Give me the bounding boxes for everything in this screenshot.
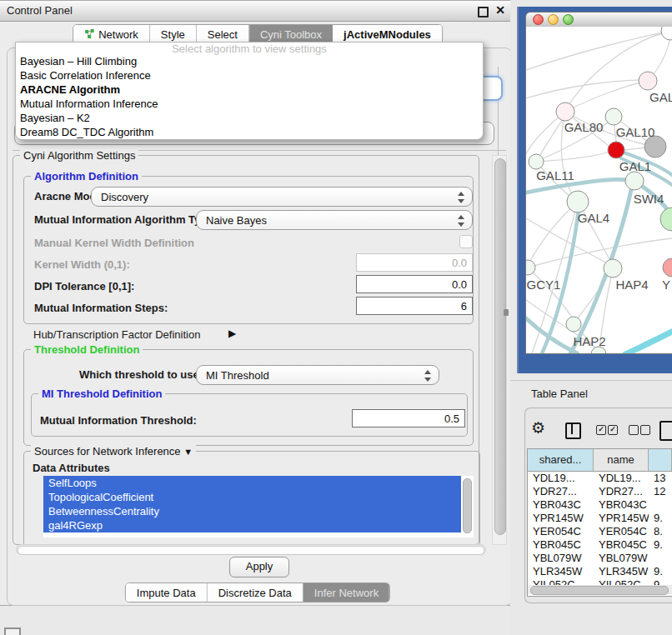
- dpi-tolerance-field[interactable]: 0.0: [356, 275, 473, 293]
- column-header[interactable]: shared...: [528, 449, 594, 471]
- apply-button[interactable]: Apply: [229, 557, 289, 578]
- table-cell: 9.: [649, 538, 672, 552]
- tab-select[interactable]: Select: [197, 25, 249, 43]
- combo-value: Discovery: [101, 191, 148, 203]
- tab-jactivemnodules[interactable]: jActiveMNodules: [333, 25, 442, 43]
- algorithm-dropdown-list: Select algorithm to view settings Bayesi…: [15, 42, 484, 140]
- tab-cyni-toolbox[interactable]: Cyni Toolbox: [249, 25, 333, 43]
- algorithm-option[interactable]: Bayesian – K2: [16, 111, 483, 125]
- network-edge[interactable]: [528, 238, 672, 268]
- network-node-hap2[interactable]: [566, 317, 581, 332]
- table-cell: YER054C: [528, 525, 594, 538]
- table-cell: YLR345W: [594, 565, 649, 578]
- column-header[interactable]: [649, 449, 672, 471]
- algorithm-option[interactable]: Basic Correlation Inference: [16, 68, 483, 82]
- settings-vertical-scrollbar[interactable]: [492, 155, 507, 545]
- network-edge[interactable]: [565, 81, 648, 112]
- attribute-item-selected[interactable]: SelfLoops: [43, 476, 461, 490]
- tab-label: Cyni Toolbox: [260, 28, 322, 41]
- network-window-titlebar[interactable]: [526, 12, 672, 28]
- network-node[interactable]: [660, 208, 672, 231]
- algorithm-option[interactable]: Dream8 DC_TDC Algorithm: [16, 125, 483, 139]
- tab-network[interactable]: Network: [73, 25, 150, 43]
- attribute-item-selected[interactable]: TopologicalCoefficient: [43, 490, 461, 504]
- network-edge[interactable]: [625, 332, 672, 353]
- table-row[interactable]: YLR345WYLR345W9.: [528, 565, 672, 578]
- panel-divider-handle[interactable]: [504, 309, 509, 316]
- table-row[interactable]: YER054CYER054C8.: [528, 525, 672, 538]
- table-row[interactable]: YPR145WYPR145W9.: [528, 512, 672, 525]
- table-horizontal-scrollbar[interactable]: [528, 585, 672, 594]
- network-node[interactable]: [661, 27, 672, 40]
- network-node-gal10[interactable]: [605, 108, 622, 125]
- tab-impute-data[interactable]: Impute Data: [126, 583, 208, 602]
- group-title: Sources for Network Inference ▼: [31, 445, 196, 458]
- network-node-gal80[interactable]: [556, 102, 574, 121]
- kernel-width-field[interactable]: 0.0: [356, 253, 473, 272]
- combo-value: MI Threshold: [206, 369, 269, 382]
- split-view-icon[interactable]: [565, 422, 581, 439]
- network-node-gal1[interactable]: [608, 142, 624, 158]
- node-table[interactable]: shared...name YDL19...YDL19...13YDR27...…: [527, 448, 672, 597]
- network-node-gal[interactable]: [639, 72, 657, 90]
- network-graph-view[interactable]: GALGAL80GAL10GAL1GAL11SWI4GAL4GCY1HAP4YH…: [526, 27, 672, 353]
- table-cell: YDL19...: [594, 472, 649, 485]
- network-edge[interactable]: [526, 80, 640, 98]
- network-edge[interactable]: [526, 32, 667, 70]
- tab-infer-network[interactable]: Infer Network: [303, 583, 389, 602]
- network-node-hap4[interactable]: [604, 259, 622, 278]
- deselect-all-icon[interactable]: [640, 425, 650, 435]
- network-node-swi4[interactable]: [625, 172, 644, 190]
- gear-icon[interactable]: ⚙: [531, 418, 545, 438]
- scrollbar-thumb[interactable]: [494, 158, 506, 535]
- network-node-label: HAP4: [615, 278, 648, 292]
- tab-style[interactable]: Style: [150, 25, 197, 43]
- network-node-y[interactable]: [663, 258, 672, 277]
- table-row[interactable]: YBL079WYBL079W: [528, 552, 672, 565]
- deselect-all-icon[interactable]: [629, 425, 639, 435]
- document-icon[interactable]: [659, 421, 672, 441]
- close-icon[interactable]: ✕: [495, 3, 505, 17]
- zoom-traffic-light-icon[interactable]: [563, 14, 574, 25]
- network-node-gal11[interactable]: [529, 154, 544, 169]
- table-row[interactable]: YBR045CYBR045C9.: [528, 538, 672, 552]
- manual-kernel-checkbox[interactable]: [459, 235, 473, 248]
- network-edge[interactable]: [624, 148, 645, 150]
- mi-threshold-label: Mutual Information Threshold:: [40, 414, 197, 427]
- algorithm-option[interactable]: ARACNE Algorithm: [16, 82, 483, 97]
- list-scrollbar[interactable]: [463, 478, 472, 533]
- collapsed-arrow-icon[interactable]: ▶: [228, 328, 236, 339]
- expanded-arrow-icon[interactable]: ▼: [183, 447, 193, 457]
- tab-discretize-data[interactable]: Discretize Data: [208, 583, 303, 602]
- mi-threshold-field[interactable]: 0.5: [352, 409, 465, 428]
- combo-value: Naive Bayes: [206, 214, 267, 227]
- mi-type-combobox[interactable]: Naive Bayes: [196, 210, 473, 230]
- network-graph-svg: GALGAL80GAL10GAL1GAL11SWI4GAL4GCY1HAP4YH…: [526, 27, 672, 353]
- data-attributes-list[interactable]: SelfLoopsTopologicalCoefficientBetweenne…: [43, 476, 474, 538]
- tab-label: Impute Data: [137, 587, 196, 599]
- hub-definition-label[interactable]: Hub/Transcription Factor Definition: [33, 328, 200, 341]
- scrollbar-thumb[interactable]: [530, 586, 669, 595]
- aracne-mode-combobox[interactable]: Discovery: [91, 187, 473, 207]
- mi-steps-field[interactable]: 6: [356, 297, 473, 315]
- network-node-gal4[interactable]: [567, 191, 589, 212]
- float-panel-icon[interactable]: [478, 7, 489, 18]
- attribute-item-selected[interactable]: BetweennessCentrality: [43, 504, 461, 518]
- minimize-traffic-light-icon[interactable]: [548, 14, 559, 25]
- settings-horizontal-scrollbar[interactable]: [16, 544, 486, 555]
- select-all-icon[interactable]: ✓: [608, 425, 618, 435]
- column-header[interactable]: name: [594, 449, 649, 471]
- divider-line: [510, 380, 672, 381]
- scrollbar-thumb[interactable]: [18, 546, 484, 555]
- select-all-icon[interactable]: ✓: [596, 425, 606, 435]
- minimized-panel-icon[interactable]: [4, 628, 21, 635]
- algorithm-option[interactable]: Bayesian – Hill Climbing: [16, 54, 483, 68]
- table-cell: 9.: [649, 512, 672, 525]
- table-row[interactable]: YBR043CYBR043C: [528, 498, 672, 512]
- which-threshold-combobox[interactable]: MI Threshold: [196, 365, 439, 385]
- close-traffic-light-icon[interactable]: [533, 14, 544, 25]
- table-row[interactable]: YDL19...YDL19...13: [528, 472, 672, 485]
- attribute-item-selected[interactable]: gal4RGexp: [43, 518, 461, 532]
- table-row[interactable]: YDR27...YDR27...12: [528, 485, 672, 498]
- algorithm-option[interactable]: Mutual Information Inference: [16, 97, 483, 111]
